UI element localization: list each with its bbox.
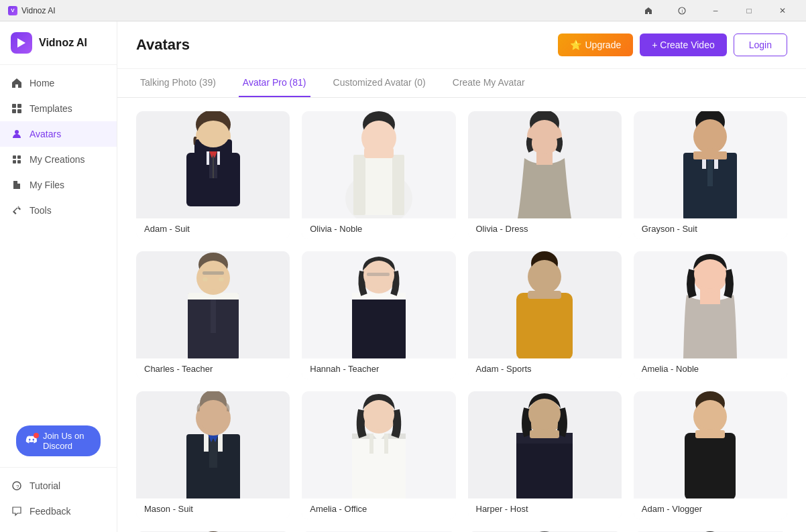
sidebar-item-templates[interactable]: Templates bbox=[0, 96, 117, 121]
avatar-label-hannah-teacher: Hannah - Teacher bbox=[302, 358, 455, 379]
avatar-card-adam-sports[interactable]: Adam - Sports bbox=[468, 251, 622, 379]
sidebar-item-tools[interactable]: Tools bbox=[0, 198, 117, 223]
sidebar-item-creations[interactable]: My Creations bbox=[0, 147, 117, 172]
sidebar-item-tutorial[interactable]: ? Tutorial bbox=[0, 473, 117, 498]
svg-rect-11 bbox=[17, 160, 21, 163]
avatar-image-adam-sports bbox=[468, 251, 622, 358]
discord-button[interactable]: Join Us on Discord bbox=[16, 425, 101, 456]
avatar-label-amelia-office: Amelia - Office bbox=[302, 498, 455, 519]
avatar-image-amelia-noble bbox=[634, 251, 787, 358]
tutorial-icon: ? bbox=[11, 480, 23, 492]
avatar-card-amelia-office[interactable]: Amelia - Office bbox=[302, 391, 455, 519]
avatar-grid-container: Adam - Suit bbox=[117, 98, 806, 532]
tab-avatar-pro[interactable]: Avatar Pro (81) bbox=[239, 69, 310, 97]
sidebar-bottom: ? Tutorial Feedback bbox=[0, 467, 117, 532]
avatar-image-adam-vlogger bbox=[634, 391, 787, 498]
svg-point-52 bbox=[203, 277, 208, 281]
avatar-figure-grayson-suit bbox=[670, 111, 750, 218]
svg-point-53 bbox=[219, 277, 224, 281]
avatar-card-olivia-dress[interactable]: Olivia - Dress bbox=[468, 111, 622, 239]
svg-point-84 bbox=[528, 399, 561, 429]
tab-customized-avatar[interactable]: Customized Avatar (0) bbox=[329, 69, 430, 97]
avatar-image-olivia-noble bbox=[302, 111, 455, 218]
avatar-card-grayson-suit[interactable]: Grayson - Suit bbox=[634, 111, 787, 239]
svg-point-89 bbox=[695, 400, 726, 429]
upgrade-button[interactable]: ⭐ Upgrade bbox=[558, 34, 634, 56]
avatar-label-charles-teacher: Charles - Teacher bbox=[136, 358, 290, 379]
avatar-image-mason-suit bbox=[136, 391, 290, 498]
maximize-button[interactable]: □ bbox=[734, 3, 764, 18]
avatar-image-adam-suit bbox=[136, 111, 290, 218]
sidebar-item-feedback[interactable]: Feedback bbox=[0, 498, 117, 524]
avatar-figure-harper-host bbox=[504, 391, 585, 498]
svg-rect-86 bbox=[685, 433, 736, 498]
sidebar-item-home[interactable]: Home bbox=[0, 70, 117, 96]
minimize-button[interactable]: – bbox=[700, 3, 731, 18]
avatar-figure-hannah-teacher bbox=[339, 251, 419, 358]
tab-create-my-avatar[interactable]: Create My Avatar bbox=[449, 69, 529, 97]
avatar-image-harper-host bbox=[468, 391, 622, 498]
svg-rect-10 bbox=[13, 160, 16, 163]
svg-point-50 bbox=[198, 261, 229, 290]
svg-rect-27 bbox=[392, 155, 404, 215]
svg-rect-64 bbox=[528, 291, 561, 299]
svg-point-30 bbox=[363, 121, 395, 150]
avatar-card-olivia-noble[interactable]: Olivia - Noble bbox=[302, 111, 455, 239]
tabs-row: Talking Photo (39) Avatar Pro (81) Custo… bbox=[117, 69, 806, 98]
avatar-image-amelia-office bbox=[302, 391, 455, 498]
svg-rect-47 bbox=[211, 300, 216, 333]
avatar-card-adam-vlogger[interactable]: Adam - Vlogger bbox=[634, 391, 787, 519]
avatar-label-olivia-noble: Olivia - Noble bbox=[302, 218, 455, 239]
sidebar-creations-label: My Creations bbox=[30, 154, 84, 165]
svg-rect-56 bbox=[352, 300, 406, 305]
avatar-image-hannah-teacher bbox=[302, 251, 455, 358]
sidebar-logo: Vidnoz AI bbox=[0, 21, 117, 65]
avatar-label-harper-host: Harper - Host bbox=[468, 498, 622, 519]
title-bar: V Vidnoz AI i – □ ✕ bbox=[0, 0, 806, 21]
title-bar-controls: i – □ ✕ bbox=[633, 3, 798, 18]
avatar-card-mason-suit[interactable]: Mason - Suit bbox=[136, 391, 290, 519]
tab-talking-photo[interactable]: Talking Photo (39) bbox=[136, 69, 220, 97]
sidebar-item-files[interactable]: My Files bbox=[0, 172, 117, 198]
header-actions: ⭐ Upgrade + Create Video Login bbox=[558, 34, 788, 68]
main-header: Avatars ⭐ Upgrade + Create Video Login bbox=[117, 21, 806, 69]
avatar-label-adam-suit: Adam - Suit bbox=[136, 218, 290, 239]
app-container: Vidnoz AI Home Templates bbox=[0, 21, 806, 532]
home-button[interactable] bbox=[633, 3, 664, 18]
create-video-button[interactable]: + Create Video bbox=[640, 34, 727, 56]
avatar-card-amelia-noble[interactable]: Amelia - Noble bbox=[634, 251, 787, 379]
avatar-card-hannah-teacher[interactable]: Hannah - Teacher bbox=[302, 251, 455, 379]
avatar-grid: Adam - Suit bbox=[136, 111, 787, 532]
avatar-figure-mason-suit bbox=[173, 391, 253, 498]
svg-rect-21 bbox=[217, 151, 220, 165]
sidebar-home-label: Home bbox=[30, 78, 54, 88]
svg-rect-43 bbox=[693, 151, 727, 159]
svg-point-23 bbox=[197, 121, 229, 147]
svg-rect-51 bbox=[203, 271, 224, 275]
avatar-figure-adam-vlogger bbox=[670, 391, 750, 498]
avatar-card-harper-host[interactable]: Harper - Host bbox=[468, 391, 622, 519]
avatar-label-amelia-noble: Amelia - Noble bbox=[634, 358, 787, 379]
templates-icon bbox=[11, 103, 23, 115]
info-button[interactable]: i bbox=[667, 3, 697, 18]
svg-rect-5 bbox=[12, 109, 16, 113]
close-button[interactable]: ✕ bbox=[767, 3, 798, 18]
avatar-card-charles-teacher[interactable]: Charles - Teacher bbox=[136, 251, 290, 379]
sidebar-files-label: My Files bbox=[30, 180, 64, 190]
sidebar-item-avatars[interactable]: Avatars bbox=[0, 121, 117, 147]
svg-text:?: ? bbox=[16, 484, 19, 490]
svg-rect-71 bbox=[218, 434, 223, 452]
avatar-figure-olivia-dress bbox=[504, 111, 585, 218]
avatar-card-adam-suit[interactable]: Adam - Suit bbox=[136, 111, 290, 239]
svg-rect-31 bbox=[364, 147, 394, 158]
avatar-figure-adam-suit bbox=[173, 111, 253, 218]
svg-rect-59 bbox=[367, 273, 390, 276]
tools-icon bbox=[11, 204, 23, 216]
svg-rect-90 bbox=[695, 430, 725, 438]
sidebar-nav: Home Templates Avatars My bbox=[0, 65, 117, 415]
svg-rect-3 bbox=[12, 104, 16, 108]
title-bar-left: V Vidnoz AI bbox=[8, 6, 55, 15]
login-button[interactable]: Login bbox=[734, 34, 787, 56]
svg-marker-2 bbox=[17, 38, 25, 48]
sidebar-templates-label: Templates bbox=[30, 103, 72, 114]
